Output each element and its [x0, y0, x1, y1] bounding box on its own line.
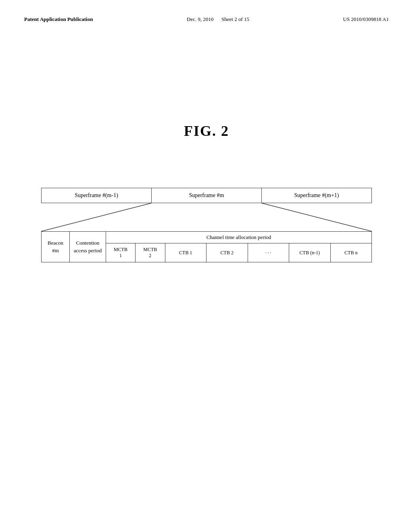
header-patent-number: US 2010/0309818 A1: [343, 16, 389, 23]
svg-line-0: [41, 203, 151, 231]
channel-cells-row: MCTB 1 MCTB 2 CTB 1 CTB 2 · · ·: [106, 243, 371, 262]
superframe-m: Superframe #m: [152, 188, 262, 203]
svg-line-1: [262, 203, 372, 231]
cell-ctb-n: CTB n: [331, 243, 372, 262]
cell-ellipsis: · · ·: [248, 243, 290, 262]
cell-contention: Contention access period: [70, 232, 106, 262]
superframes-row: Superframe #(m-1) Superframe #m Superfra…: [41, 188, 372, 203]
diagram-container: Superframe #(m-1) Superframe #m Superfra…: [41, 188, 372, 262]
channel-allocation-section: Channel time allocation period MCTB 1 MC…: [106, 232, 371, 262]
cell-beacon: Beacon #m: [42, 232, 70, 262]
header-date: Dec. 9, 2010 Sheet 2 of 15: [187, 16, 249, 23]
figure-title: FIG. 2: [24, 123, 389, 139]
superframe-m-minus-1: Superframe #(m-1): [42, 188, 152, 203]
page: Patent Application Publication Dec. 9, 2…: [0, 0, 413, 532]
expanded-row: Beacon #m Contention access period Chann…: [41, 231, 372, 262]
cell-mctb-2: MCTB 2: [136, 243, 165, 262]
connector-lines: [41, 203, 372, 231]
header-publication-label: Patent Application Publication: [24, 16, 93, 23]
channel-header: Channel time allocation period: [106, 232, 371, 243]
cell-ctb-n-minus-1: CTB (n-1): [289, 243, 331, 262]
cell-ctb-1: CTB 1: [165, 243, 207, 262]
cell-ctb-2: CTB 2: [206, 243, 248, 262]
page-header: Patent Application Publication Dec. 9, 2…: [24, 16, 389, 26]
cell-mctb-1: MCTB 1: [106, 243, 136, 262]
superframe-m-plus-1: Superframe #(m+1): [262, 188, 371, 203]
